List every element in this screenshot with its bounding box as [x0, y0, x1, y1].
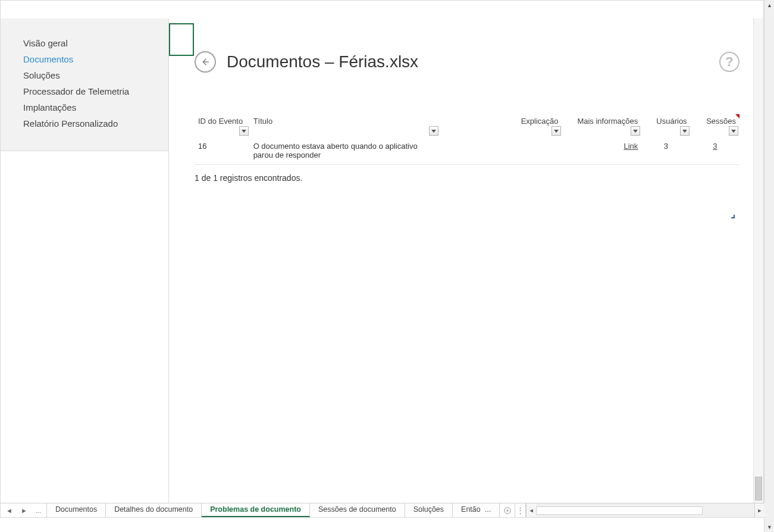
scrollbar-thumb[interactable] [755, 477, 762, 500]
question-icon: ? [725, 54, 733, 70]
inner-vertical-scrollbar[interactable] [753, 18, 763, 503]
cell-event-id: 16 [195, 137, 250, 165]
sidebar-item-deployments[interactable]: Implantações [1, 99, 168, 115]
sheet-tab-documents[interactable]: Documentos [47, 503, 106, 517]
scroll-down-icon[interactable]: ▼ [764, 522, 774, 532]
records-count: 1 de 1 registros encontrados. [195, 173, 739, 183]
col-users: Usuários [641, 114, 690, 137]
arrow-left-icon [200, 57, 211, 67]
comment-marker-icon [735, 114, 739, 118]
filter-button[interactable] [729, 126, 738, 136]
col-more-info: Mais informações [562, 114, 642, 137]
top-strip [1, 1, 763, 18]
tab-scroll-left-icon[interactable]: ◄ [4, 507, 14, 514]
help-button[interactable]: ? [719, 52, 739, 72]
more-info-link[interactable]: Link [623, 142, 638, 151]
cell-explanation [440, 137, 562, 165]
cell-users: 3 [641, 137, 690, 165]
tab-overflow-ellipsis: ... [485, 505, 491, 514]
content-area: Documentos – Férias.xlsx ? ID do Evento … [170, 18, 763, 517]
table-row[interactable]: 16 O documento estava aberto quando o ap… [195, 137, 739, 165]
sheet-tab-document-problems[interactable]: Problemas de documento [202, 503, 310, 517]
plus-circle-icon [503, 506, 512, 515]
sidebar: Visão geral Documentos Soluções Processa… [1, 18, 169, 151]
sheet-tab-bar: ◄ ► ... Documentos Detalhes do documento… [1, 503, 764, 517]
events-table: ID do Evento Título Explicação Mais info… [195, 114, 739, 165]
col-sessions: Sessões [691, 114, 739, 137]
sheet-bar-grip-icon[interactable]: ⋮ [515, 503, 526, 517]
col-explanation: Explicação [440, 114, 562, 137]
page-title: Documentos – Férias.xlsx [227, 52, 719, 71]
col-event-id: ID do Evento [195, 114, 250, 137]
cell-title: O documento estava aberto quando o aplic… [250, 137, 440, 165]
cell-more-info: Link [562, 137, 642, 165]
hscroll-left-icon[interactable]: ◄ [526, 503, 536, 517]
sheet-tab-solutions[interactable]: Soluções [405, 503, 453, 517]
sidebar-item-overview[interactable]: Visão geral [1, 35, 168, 51]
hscroll-right-icon[interactable]: ► [754, 503, 764, 517]
horizontal-scrollbar[interactable]: ◄ ► [526, 503, 764, 517]
cell-sessions: 3 [691, 137, 739, 165]
filter-button[interactable] [429, 126, 438, 136]
back-button[interactable] [195, 51, 216, 73]
tab-nav-ellipsis[interactable]: ... [34, 507, 43, 514]
sidebar-item-telemetry[interactable]: Processador de Telemetria [1, 83, 168, 99]
tab-scroll-right-icon[interactable]: ► [19, 507, 29, 514]
filter-button[interactable] [680, 126, 690, 136]
sheet-tab-then[interactable]: Então ... [453, 503, 500, 517]
sidebar-item-solutions[interactable]: Soluções [1, 67, 168, 83]
sheet-tab-document-details[interactable]: Detalhes do documento [106, 503, 202, 517]
add-sheet-button[interactable] [500, 503, 515, 517]
col-title: Título [250, 114, 440, 137]
sidebar-item-custom-report[interactable]: Relatório Personalizado [1, 115, 168, 132]
filter-button[interactable] [239, 126, 249, 136]
filter-button[interactable] [551, 126, 561, 136]
filter-button[interactable] [631, 126, 640, 136]
sessions-link[interactable]: 3 [713, 142, 717, 151]
outer-vertical-scrollbar[interactable]: ▲ ▼ [764, 0, 774, 532]
sheet-nav-controls: ◄ ► ... [1, 503, 47, 517]
scroll-up-icon[interactable]: ▲ [764, 0, 774, 10]
sheet-tab-document-sessions[interactable]: Sessões de documento [310, 503, 405, 517]
sidebar-item-documents[interactable]: Documentos [1, 51, 168, 67]
table-corner-icon [731, 215, 735, 218]
sidebar-lower-area [1, 151, 169, 517]
hscroll-track[interactable] [536, 506, 703, 515]
active-cell-marker [169, 23, 194, 56]
